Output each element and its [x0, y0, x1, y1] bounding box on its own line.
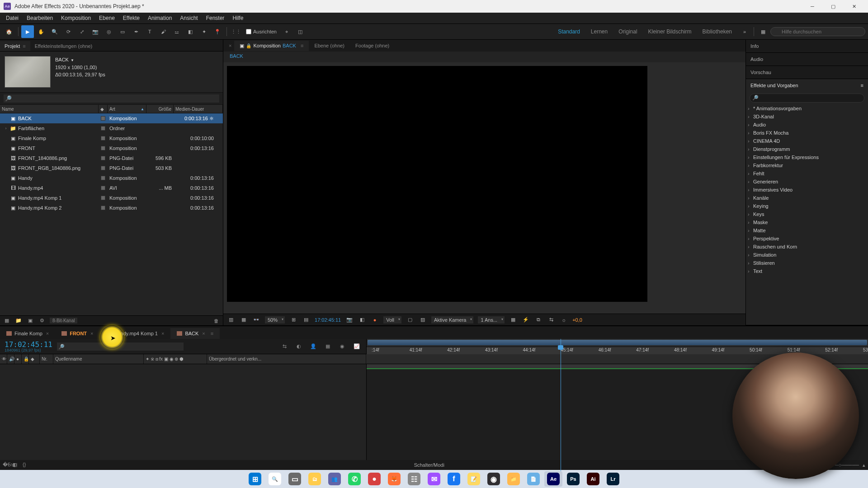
- eraser-tool[interactable]: ◧: [184, 25, 197, 38]
- camera-tool[interactable]: 📷: [89, 25, 102, 38]
- project-settings-button[interactable]: ⚙: [38, 317, 46, 324]
- taskbar-files[interactable]: 📁: [505, 471, 523, 487]
- effect-category[interactable]: Dienstprogramm: [746, 145, 868, 153]
- show-channel-icon[interactable]: ◧: [358, 316, 366, 324]
- zoom-in-icon[interactable]: ▴: [863, 462, 865, 468]
- col-audio-icon[interactable]: 🔊: [7, 354, 14, 364]
- zoom-tool[interactable]: 🔍: [48, 25, 61, 38]
- motion-blur-button[interactable]: ◉: [337, 342, 347, 352]
- col-parent[interactable]: Übergeordnet und verkn...: [207, 354, 366, 364]
- menu-ebene[interactable]: Ebene: [95, 14, 119, 23]
- effects-panel-header[interactable]: Effekte und Vorgaben≡: [746, 79, 868, 92]
- workspace-kleiner bildschirm[interactable]: Kleiner Bildschirm: [643, 27, 697, 37]
- toggle-in-out-button[interactable]: {}: [23, 462, 30, 468]
- minimize-button[interactable]: ─: [802, 0, 823, 13]
- project-row[interactable]: ▣BACKKomposition0:00:13:16 ⚛: [0, 113, 223, 123]
- taskbar-photoshop[interactable]: Ps: [564, 471, 582, 487]
- timeline-tab-finale-komp[interactable]: Finale Komp×: [0, 328, 55, 339]
- effects-search-input[interactable]: [750, 94, 864, 103]
- effect-category[interactable]: Rauschen und Korn: [746, 243, 868, 251]
- taskbar-whatsapp[interactable]: ✆: [345, 471, 363, 487]
- effect-category[interactable]: Perspektive: [746, 235, 868, 243]
- info-panel-header[interactable]: Info: [746, 40, 868, 52]
- roto-tool[interactable]: ✦: [198, 25, 210, 38]
- audio-panel-header[interactable]: Audio: [746, 53, 868, 66]
- views-dropdown[interactable]: 1 Ans...: [478, 316, 505, 324]
- draft3d-button[interactable]: ◐: [294, 342, 304, 352]
- mask-visibility-icon[interactable]: 👓: [252, 316, 260, 324]
- preview-panel-header[interactable]: Vorschau: [746, 66, 868, 79]
- effect-category[interactable]: Boris FX Mocha: [746, 129, 868, 137]
- effect-category[interactable]: * Animationsvorgaben: [746, 104, 868, 113]
- effect-category[interactable]: CINEMA 4D: [746, 137, 868, 145]
- pen-tool[interactable]: ✒: [130, 25, 142, 38]
- menu-bearbeiten[interactable]: Bearbeiten: [23, 14, 57, 23]
- menu-datei[interactable]: Datei: [2, 14, 23, 23]
- effect-category[interactable]: Maske: [746, 218, 868, 226]
- composition-breadcrumb[interactable]: BACK: [223, 52, 745, 62]
- taskbar-teams[interactable]: 👥: [326, 471, 344, 487]
- effect-category[interactable]: Farbkorrektur: [746, 161, 868, 169]
- composition-flowchart-button[interactable]: ⇆: [279, 342, 289, 352]
- col-switches[interactable]: ✦ ※ ⧈ fx ▣ ◉ ⊕ ⬢: [144, 354, 207, 364]
- composition-viewport[interactable]: [223, 62, 745, 314]
- layer-list[interactable]: [0, 364, 366, 460]
- col-tag[interactable]: ◆: [99, 105, 108, 113]
- transparency-grid-icon[interactable]: ▨: [419, 316, 427, 324]
- col-size[interactable]: Größe: [146, 105, 174, 113]
- taskbar-app-grey[interactable]: ☷: [405, 471, 423, 487]
- fast-preview-icon[interactable]: ⚡: [522, 316, 530, 324]
- comp-tab-close[interactable]: ×: [226, 41, 234, 51]
- project-tab[interactable]: Projekt≡: [0, 41, 30, 51]
- workspace-standard[interactable]: Standard: [552, 27, 585, 37]
- brush-tool[interactable]: 🖌: [157, 25, 170, 38]
- toggle-modes-button[interactable]: ◧: [13, 462, 20, 468]
- effect-category[interactable]: Matte: [746, 226, 868, 235]
- taskbar-notepad[interactable]: 📄: [524, 471, 542, 487]
- project-search-input[interactable]: [4, 94, 219, 103]
- roi-icon[interactable]: ▢: [406, 316, 414, 324]
- col-source-name[interactable]: Quellenname: [53, 354, 144, 364]
- project-row[interactable]: ▣FRONTKomposition0:00:13:16: [0, 143, 223, 153]
- home-button[interactable]: 🏠: [3, 25, 15, 38]
- effect-controls-tab[interactable]: Effekteinstellungen (ohne): [30, 41, 97, 51]
- sync-settings-icon[interactable]: ▦: [757, 25, 769, 38]
- col-name[interactable]: Name: [0, 105, 99, 113]
- playhead[interactable]: [561, 339, 561, 471]
- resolution-dropdown[interactable]: Voll: [383, 316, 401, 324]
- frame-blend-button[interactable]: ▦: [323, 342, 333, 352]
- effect-category[interactable]: Immersives Video: [746, 186, 868, 194]
- menu-komposition[interactable]: Komposition: [57, 14, 95, 23]
- taskbar-obs[interactable]: ◉: [485, 471, 503, 487]
- effect-category[interactable]: Stilisieren: [746, 259, 868, 267]
- col-solo-icon[interactable]: ●: [14, 354, 22, 364]
- grid-icon[interactable]: ⊞: [289, 316, 297, 324]
- layer-tab[interactable]: Ebene (ohne): [309, 41, 350, 51]
- project-row[interactable]: 🎞Handy.mp4AVI... MB0:00:13:16: [0, 183, 223, 193]
- project-row[interactable]: 🖼FRONT_RGB_1840886.pngPNG-Datei503 KB: [0, 163, 223, 173]
- pan-behind-tool[interactable]: ◎: [103, 25, 115, 38]
- shape-tool[interactable]: ▭: [116, 25, 129, 38]
- pixel-aspect-icon[interactable]: ▦: [509, 316, 517, 324]
- project-row[interactable]: ▣Finale KompKomposition0:00:10:00: [0, 133, 223, 143]
- menu-animation[interactable]: Animation: [144, 14, 176, 23]
- taskbar-facebook[interactable]: f: [445, 471, 463, 487]
- workspace-original[interactable]: Original: [613, 27, 642, 37]
- timeline-tab-back[interactable]: BACK×≡: [170, 328, 220, 339]
- menu-effekte[interactable]: Effekte: [119, 14, 144, 23]
- composition-tab[interactable]: ▣ 🔒 Komposition BACK ≡: [234, 41, 309, 51]
- switches-modes-label[interactable]: Schalter/Modi: [33, 462, 826, 468]
- align-checkbox[interactable]: Ausrichten: [243, 29, 279, 34]
- footage-tab[interactable]: Footage (ohne): [350, 41, 395, 51]
- col-lock-icon[interactable]: 🔒: [22, 354, 29, 364]
- taskbar-messenger[interactable]: ✉: [425, 471, 443, 487]
- selection-tool[interactable]: ▶: [21, 25, 34, 38]
- effect-category[interactable]: Text: [746, 267, 868, 275]
- region-icon[interactable]: ▥: [227, 316, 235, 324]
- rotate-tool[interactable]: ⤢: [75, 25, 88, 38]
- col-type[interactable]: Art▲: [108, 105, 146, 113]
- workspace-more-button[interactable]: »: [738, 25, 751, 38]
- menu-hilfe[interactable]: Hilfe: [228, 14, 247, 23]
- taskbar-illustrator[interactable]: Ai: [584, 471, 602, 487]
- project-selected-name[interactable]: BACK▼: [55, 56, 105, 64]
